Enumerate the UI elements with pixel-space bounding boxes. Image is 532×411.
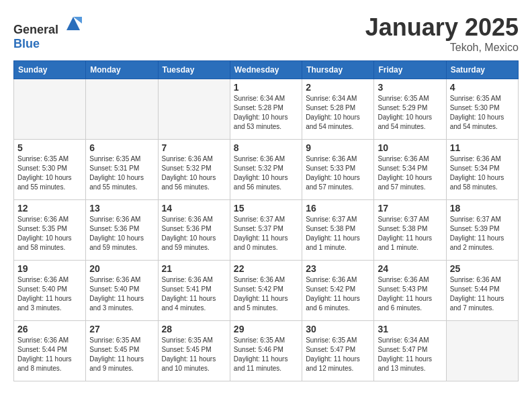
days-header-row: SundayMondayTuesdayWednesdayThursdayFrid…: [14, 61, 519, 79]
day-cell: 8Sunrise: 6:36 AM Sunset: 5:32 PM Daylig…: [230, 140, 302, 200]
day-info: Sunrise: 6:36 AM Sunset: 5:40 PM Dayligh…: [17, 275, 82, 313]
day-cell: [158, 79, 230, 140]
day-header-sunday: Sunday: [14, 61, 86, 79]
week-row-3: 12Sunrise: 6:36 AM Sunset: 5:35 PM Dayli…: [14, 200, 519, 261]
day-number: 8: [234, 142, 298, 153]
day-number: 26: [17, 324, 82, 334]
calendar-table: SundayMondayTuesdayWednesdayThursdayFrid…: [13, 60, 519, 381]
day-cell: 19Sunrise: 6:36 AM Sunset: 5:40 PM Dayli…: [14, 261, 86, 321]
day-number: 9: [306, 142, 370, 153]
day-info: Sunrise: 6:35 AM Sunset: 5:47 PM Dayligh…: [306, 336, 370, 373]
day-info: Sunrise: 6:35 AM Sunset: 5:31 PM Dayligh…: [89, 154, 154, 192]
day-header-saturday: Saturday: [446, 61, 518, 79]
day-info: Sunrise: 6:36 AM Sunset: 5:36 PM Dayligh…: [162, 215, 226, 253]
day-cell: 5Sunrise: 6:35 AM Sunset: 5:30 PM Daylig…: [14, 140, 86, 200]
day-cell: [446, 321, 518, 381]
week-row-4: 19Sunrise: 6:36 AM Sunset: 5:40 PM Dayli…: [14, 261, 519, 321]
day-cell: 17Sunrise: 6:37 AM Sunset: 5:38 PM Dayli…: [374, 200, 446, 261]
day-number: 20: [89, 263, 154, 274]
day-info: Sunrise: 6:36 AM Sunset: 5:32 PM Dayligh…: [234, 154, 298, 192]
day-cell: 18Sunrise: 6:37 AM Sunset: 5:39 PM Dayli…: [446, 200, 518, 261]
day-cell: 16Sunrise: 6:37 AM Sunset: 5:38 PM Dayli…: [302, 200, 374, 261]
day-number: 27: [89, 324, 154, 334]
day-info: Sunrise: 6:35 AM Sunset: 5:45 PM Dayligh…: [89, 336, 154, 373]
day-cell: [86, 79, 158, 140]
day-number: 18: [450, 203, 515, 214]
day-number: 17: [378, 203, 442, 214]
logo-icon: [63, 13, 83, 34]
day-cell: 2Sunrise: 6:34 AM Sunset: 5:28 PM Daylig…: [302, 79, 374, 140]
day-cell: 6Sunrise: 6:35 AM Sunset: 5:31 PM Daylig…: [86, 140, 158, 200]
day-info: Sunrise: 6:34 AM Sunset: 5:28 PM Dayligh…: [306, 94, 370, 132]
day-info: Sunrise: 6:36 AM Sunset: 5:36 PM Dayligh…: [89, 215, 154, 253]
day-number: 12: [17, 203, 82, 214]
day-number: 19: [17, 263, 82, 274]
day-number: 11: [450, 142, 515, 153]
day-header-thursday: Thursday: [302, 61, 374, 79]
day-info: Sunrise: 6:36 AM Sunset: 5:34 PM Dayligh…: [378, 154, 442, 192]
day-cell: 13Sunrise: 6:36 AM Sunset: 5:36 PM Dayli…: [86, 200, 158, 261]
day-info: Sunrise: 6:37 AM Sunset: 5:38 PM Dayligh…: [306, 215, 370, 253]
day-info: Sunrise: 6:36 AM Sunset: 5:33 PM Dayligh…: [306, 154, 370, 192]
day-number: 6: [89, 142, 154, 153]
day-info: Sunrise: 6:37 AM Sunset: 5:39 PM Dayligh…: [450, 215, 515, 253]
day-number: 31: [378, 324, 442, 334]
day-info: Sunrise: 6:36 AM Sunset: 5:34 PM Dayligh…: [450, 154, 515, 192]
day-header-monday: Monday: [86, 61, 158, 79]
calendar-body: 1Sunrise: 6:34 AM Sunset: 5:28 PM Daylig…: [14, 79, 519, 381]
day-cell: 14Sunrise: 6:36 AM Sunset: 5:36 PM Dayli…: [158, 200, 230, 261]
day-header-wednesday: Wednesday: [230, 61, 302, 79]
day-number: 10: [378, 142, 442, 153]
day-cell: 9Sunrise: 6:36 AM Sunset: 5:33 PM Daylig…: [302, 140, 374, 200]
calendar-subtitle: Tekoh, Mexico: [365, 42, 519, 54]
day-number: 3: [378, 82, 442, 93]
day-info: Sunrise: 6:35 AM Sunset: 5:30 PM Dayligh…: [450, 94, 515, 132]
calendar-title: January 2025: [365, 13, 519, 42]
day-cell: 21Sunrise: 6:36 AM Sunset: 5:41 PM Dayli…: [158, 261, 230, 321]
logo: General Blue: [13, 13, 83, 51]
day-cell: 10Sunrise: 6:36 AM Sunset: 5:34 PM Dayli…: [374, 140, 446, 200]
day-number: 5: [17, 142, 82, 153]
day-info: Sunrise: 6:34 AM Sunset: 5:28 PM Dayligh…: [234, 94, 298, 132]
day-cell: 30Sunrise: 6:35 AM Sunset: 5:47 PM Dayli…: [302, 321, 374, 381]
day-info: Sunrise: 6:36 AM Sunset: 5:41 PM Dayligh…: [162, 275, 226, 313]
day-number: 24: [378, 263, 442, 274]
day-number: 30: [306, 324, 370, 334]
day-number: 2: [306, 82, 370, 93]
day-number: 28: [162, 324, 226, 334]
day-info: Sunrise: 6:35 AM Sunset: 5:45 PM Dayligh…: [162, 336, 226, 373]
day-header-friday: Friday: [374, 61, 446, 79]
day-number: 1: [234, 82, 298, 93]
day-cell: 26Sunrise: 6:36 AM Sunset: 5:44 PM Dayli…: [14, 321, 86, 381]
day-cell: 4Sunrise: 6:35 AM Sunset: 5:30 PM Daylig…: [446, 79, 518, 140]
day-cell: 23Sunrise: 6:36 AM Sunset: 5:42 PM Dayli…: [302, 261, 374, 321]
day-cell: 22Sunrise: 6:36 AM Sunset: 5:42 PM Dayli…: [230, 261, 302, 321]
day-cell: 31Sunrise: 6:34 AM Sunset: 5:47 PM Dayli…: [374, 321, 446, 381]
day-info: Sunrise: 6:37 AM Sunset: 5:38 PM Dayligh…: [378, 215, 442, 253]
day-header-tuesday: Tuesday: [158, 61, 230, 79]
day-number: 14: [162, 203, 226, 214]
page-header: General Blue January 2025 Tekoh, Mexico: [13, 13, 519, 54]
day-cell: 7Sunrise: 6:36 AM Sunset: 5:32 PM Daylig…: [158, 140, 230, 200]
day-number: 23: [306, 263, 370, 274]
day-info: Sunrise: 6:36 AM Sunset: 5:43 PM Dayligh…: [378, 275, 442, 313]
day-cell: 15Sunrise: 6:37 AM Sunset: 5:37 PM Dayli…: [230, 200, 302, 261]
day-info: Sunrise: 6:35 AM Sunset: 5:46 PM Dayligh…: [234, 336, 298, 373]
day-info: Sunrise: 6:35 AM Sunset: 5:29 PM Dayligh…: [378, 94, 442, 132]
day-info: Sunrise: 6:35 AM Sunset: 5:30 PM Dayligh…: [17, 154, 82, 192]
day-cell: 27Sunrise: 6:35 AM Sunset: 5:45 PM Dayli…: [86, 321, 158, 381]
day-info: Sunrise: 6:36 AM Sunset: 5:40 PM Dayligh…: [89, 275, 154, 313]
day-number: 7: [162, 142, 226, 153]
day-cell: 1Sunrise: 6:34 AM Sunset: 5:28 PM Daylig…: [230, 79, 302, 140]
day-cell: 3Sunrise: 6:35 AM Sunset: 5:29 PM Daylig…: [374, 79, 446, 140]
day-info: Sunrise: 6:34 AM Sunset: 5:47 PM Dayligh…: [378, 336, 442, 373]
day-number: 16: [306, 203, 370, 214]
day-cell: 12Sunrise: 6:36 AM Sunset: 5:35 PM Dayli…: [14, 200, 86, 261]
day-number: 21: [162, 263, 226, 274]
day-number: 4: [450, 82, 515, 93]
day-cell: 28Sunrise: 6:35 AM Sunset: 5:45 PM Dayli…: [158, 321, 230, 381]
day-cell: 24Sunrise: 6:36 AM Sunset: 5:43 PM Dayli…: [374, 261, 446, 321]
day-info: Sunrise: 6:36 AM Sunset: 5:32 PM Dayligh…: [162, 154, 226, 192]
day-number: 25: [450, 263, 515, 274]
day-cell: 29Sunrise: 6:35 AM Sunset: 5:46 PM Dayli…: [230, 321, 302, 381]
